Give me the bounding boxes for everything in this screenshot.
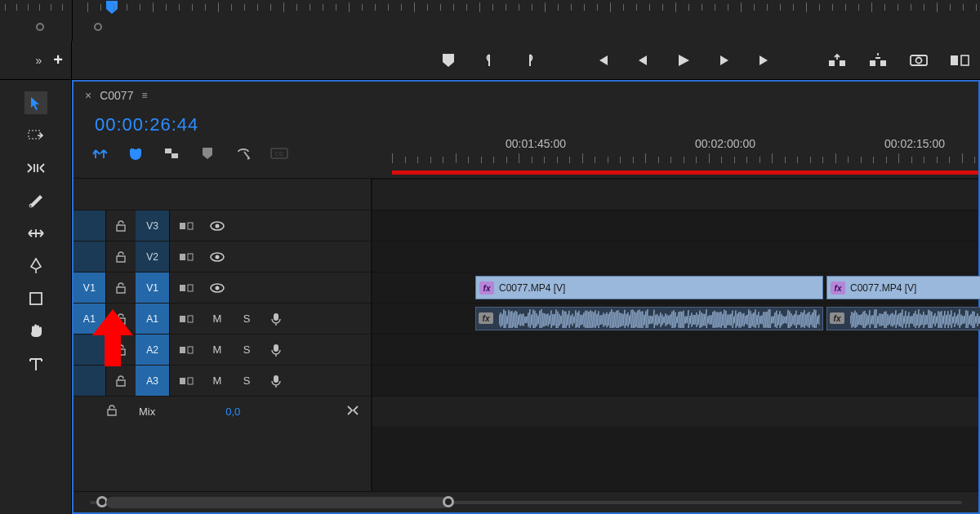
slip-tool-icon[interactable] [24, 222, 47, 245]
sync-lock-icon[interactable] [170, 210, 203, 241]
track-target-a2[interactable]: A2 [136, 335, 170, 365]
content-row-a1[interactable]: fxfx [372, 303, 978, 334]
video-clip[interactable]: fxC0077.MP4 [V] [826, 276, 980, 299]
content-row-a2[interactable] [372, 334, 978, 365]
solo-button[interactable]: S [232, 335, 261, 365]
track-header-a3[interactable]: A3 M S [74, 365, 371, 396]
fx-badge-icon[interactable]: fx [479, 281, 494, 295]
rectangle-tool-icon[interactable] [24, 287, 47, 310]
output-assign-icon[interactable] [346, 405, 359, 419]
playhead-marker-icon[interactable] [105, 0, 118, 15]
hand-tool-icon[interactable] [24, 320, 47, 343]
track-header-v1[interactable]: V1 V1 [74, 272, 371, 303]
timeline-settings-icon[interactable] [235, 145, 252, 162]
source-scale-ruler[interactable]: /*ticks*/ [0, 0, 72, 41]
sync-lock-icon[interactable] [170, 241, 203, 272]
fx-badge-icon[interactable]: fx [831, 281, 845, 295]
track-header-v2[interactable]: V2 [74, 241, 371, 272]
razor-tool-icon[interactable] [24, 189, 47, 212]
sync-lock-icon[interactable] [170, 366, 203, 396]
timeline-content[interactable]: fxC0077.MP4 [V]fxC0077.MP4 [V] fxfx [372, 179, 978, 491]
extract-icon[interactable] [869, 51, 887, 69]
mark-in-icon[interactable] [480, 51, 498, 69]
content-row-a3[interactable] [372, 365, 978, 396]
mix-track-header[interactable]: Mix 0,0 [74, 396, 371, 427]
track-target-v1[interactable]: V1 [136, 273, 170, 303]
toggle-output-icon[interactable] [203, 241, 232, 272]
mix-value[interactable]: 0,0 [225, 405, 240, 418]
lock-icon[interactable] [106, 210, 136, 241]
track-header-a1[interactable]: A1 A1 M S [74, 303, 371, 334]
mute-button[interactable]: M [203, 366, 232, 396]
timeline-horizontal-scrollbar[interactable] [74, 491, 978, 512]
scale-knob-right[interactable] [94, 23, 102, 31]
linked-selection-icon[interactable] [163, 145, 180, 162]
track-target-a1[interactable]: A1 [136, 304, 170, 334]
voiceover-icon[interactable] [261, 304, 291, 334]
render-bar [392, 171, 978, 175]
step-forward-icon[interactable] [715, 51, 733, 69]
fx-badge-icon[interactable]: fx [830, 312, 844, 324]
pen-tool-icon[interactable] [24, 255, 47, 277]
play-icon[interactable] [675, 51, 693, 69]
mute-button[interactable]: M [203, 335, 232, 365]
lock-icon[interactable] [106, 335, 136, 365]
comparison-view-icon[interactable] [951, 51, 969, 69]
track-target-v3[interactable]: V3 [136, 210, 170, 241]
selection-tool-icon[interactable] [24, 91, 47, 114]
track-select-tool-icon[interactable] [24, 124, 47, 147]
ripple-edit-tool-icon[interactable] [24, 157, 47, 179]
mark-out-icon[interactable] [521, 51, 539, 69]
track-target-a3[interactable]: A3 [136, 366, 170, 396]
go-to-out-icon[interactable] [756, 51, 774, 69]
lock-icon[interactable] [106, 304, 136, 334]
add-icon[interactable]: + [53, 51, 63, 69]
go-to-in-icon[interactable] [593, 51, 611, 69]
scale-knob-left[interactable] [36, 23, 44, 31]
chevron-expand-icon[interactable]: » [36, 54, 42, 67]
video-clip[interactable]: fxC0077.MP4 [V] [475, 276, 823, 299]
solo-button[interactable]: S [232, 366, 261, 396]
timeline-ruler[interactable]: 00:01:45:00 00:02:00:00 00:02:15:00 [372, 137, 978, 173]
toggle-output-icon[interactable] [203, 210, 232, 241]
track-header-v3[interactable]: V3 [74, 210, 371, 241]
program-scale-ruler[interactable] [72, 0, 980, 41]
lift-icon[interactable] [828, 51, 846, 69]
zoom-knob-right[interactable] [443, 496, 454, 507]
scroll-thumb[interactable] [106, 497, 449, 508]
voiceover-icon[interactable] [261, 335, 291, 365]
sequence-name[interactable]: C0077 [100, 89, 133, 102]
step-back-icon[interactable] [634, 51, 652, 69]
source-patch-v1[interactable]: V1 [74, 273, 106, 303]
close-tab-icon[interactable]: × [85, 89, 91, 102]
lock-icon[interactable] [106, 405, 136, 419]
voiceover-icon[interactable] [261, 366, 291, 396]
insert-overwrite-nest-icon[interactable] [91, 145, 108, 162]
source-patch-a1[interactable]: A1 [74, 304, 106, 334]
lock-icon[interactable] [106, 273, 136, 303]
panel-menu-icon[interactable]: ≡ [141, 90, 146, 101]
playhead-timecode[interactable]: 00:00:26:44 [95, 114, 198, 135]
sync-lock-icon[interactable] [170, 304, 203, 334]
content-row-v2[interactable] [372, 241, 978, 272]
audio-clip[interactable]: fx [475, 307, 823, 330]
audio-clip[interactable]: fx [826, 307, 980, 330]
track-header-a2[interactable]: A2 M S [74, 334, 371, 365]
snap-icon[interactable] [127, 145, 144, 162]
mute-button[interactable]: M [203, 304, 232, 334]
type-tool-icon[interactable] [24, 352, 47, 375]
track-target-v2[interactable]: V2 [136, 241, 170, 272]
sync-lock-icon[interactable] [170, 273, 203, 303]
toggle-output-icon[interactable] [203, 273, 232, 303]
lock-icon[interactable] [106, 366, 136, 396]
content-row-v3[interactable] [372, 210, 978, 241]
add-marker-timeline-icon[interactable] [199, 145, 216, 162]
fx-badge-icon[interactable]: fx [479, 312, 493, 324]
export-frame-icon[interactable] [910, 51, 928, 69]
solo-button[interactable]: S [232, 304, 261, 334]
sync-lock-icon[interactable] [170, 335, 203, 365]
lock-icon[interactable] [106, 241, 136, 272]
captions-icon[interactable]: CC [271, 145, 287, 162]
content-row-v1[interactable]: fxC0077.MP4 [V]fxC0077.MP4 [V] [372, 272, 978, 303]
add-marker-icon[interactable] [439, 51, 457, 69]
